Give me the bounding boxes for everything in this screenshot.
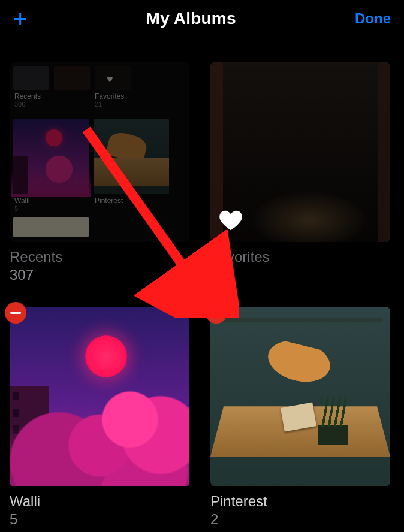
album-caption: Favorites 21 <box>210 248 394 284</box>
album-caption: Walli 5 <box>10 492 194 528</box>
album-count: 21 <box>210 266 394 284</box>
header: + My Albums Done <box>0 0 404 41</box>
album-caption: Recents 307 <box>10 248 194 284</box>
mini-label: Walli <box>14 197 30 205</box>
delete-badge[interactable] <box>206 302 227 324</box>
album-pinterest[interactable]: Pinterest 2 <box>210 307 394 528</box>
mini-count: 306 <box>14 101 25 108</box>
heart-icon <box>219 210 243 234</box>
album-name: Favorites <box>210 249 270 265</box>
album-favorites[interactable]: Favorites 21 <box>210 62 394 284</box>
mini-label: Pinterest <box>95 197 123 205</box>
album-name: Pinterest <box>210 493 267 509</box>
delete-badge[interactable] <box>5 302 26 324</box>
album-walli[interactable]: Walli 5 <box>10 307 194 528</box>
page-title: My Albums <box>146 9 236 28</box>
album-name: Walli <box>10 493 40 509</box>
album-thumbnail <box>210 62 390 242</box>
albums-grid: ♥ Recents 306 Favorites 21 Walli 5 Pinte… <box>0 41 404 532</box>
done-button[interactable]: Done <box>355 10 391 27</box>
album-caption: Pinterest 2 <box>210 492 394 528</box>
mini-count: 21 <box>95 101 102 108</box>
album-thumbnail: ♥ Recents 306 Favorites 21 Walli 5 Pinte… <box>10 62 189 242</box>
album-name: Recents <box>10 249 62 265</box>
add-button[interactable]: + <box>13 9 27 28</box>
heart-icon: ♥ <box>107 73 113 86</box>
mini-label: Favorites <box>95 92 124 101</box>
mini-label: Recents <box>14 92 41 101</box>
mini-count: 5 <box>14 205 18 212</box>
album-count: 5 <box>10 510 194 528</box>
album-recents[interactable]: ♥ Recents 306 Favorites 21 Walli 5 Pinte… <box>10 62 194 284</box>
album-thumbnail <box>10 307 189 486</box>
album-count: 307 <box>10 266 194 284</box>
album-count: 2 <box>210 510 394 528</box>
album-thumbnail <box>210 307 390 486</box>
